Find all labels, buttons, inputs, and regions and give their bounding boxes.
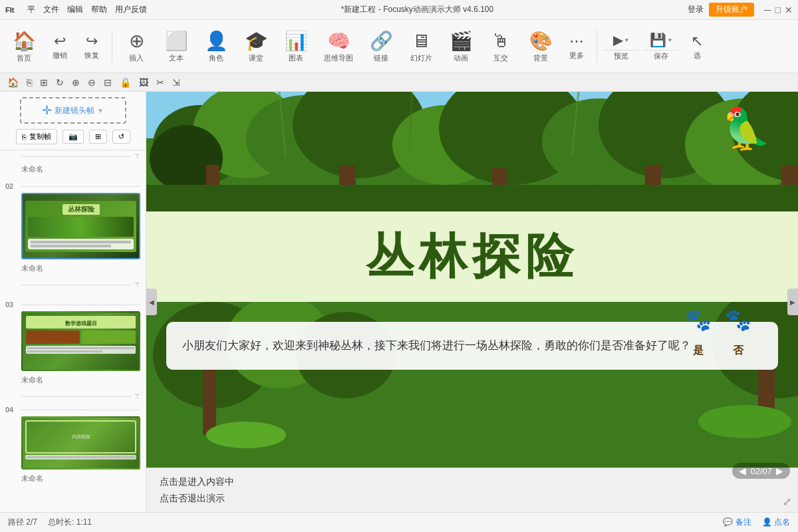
sub-cut-icon[interactable]: ✂: [154, 76, 166, 89]
sub-zoom-in-icon[interactable]: ⊕: [70, 76, 82, 89]
sub-rotate-icon[interactable]: ↻: [54, 76, 66, 89]
animation-label: 动画: [454, 53, 468, 63]
no-button[interactable]: 🐾 否: [725, 302, 751, 360]
toolbar-save[interactable]: 💾 ▼ 保存: [642, 30, 680, 63]
select-label: 选: [694, 51, 701, 61]
svg-rect-18: [146, 185, 798, 211]
save-label: 保存: [654, 51, 668, 61]
toolbar-link[interactable]: 🔗 链接: [362, 27, 400, 66]
slide-divider-03: [21, 305, 140, 305]
role-label: 角色: [209, 53, 223, 63]
animation-icon: 🎬: [450, 30, 473, 52]
main-title: 丛林探险: [366, 225, 579, 289]
screenshot-button[interactable]: 📷: [63, 130, 84, 144]
sub-home-icon[interactable]: 🏠: [5, 76, 21, 89]
toolbar-undo[interactable]: ↩ 撤销: [45, 31, 74, 62]
undo-icon: ↩: [54, 33, 66, 50]
sidebar-top: ✛ 新建镜头帧 ▼ ⎘ 复制帧 📷 ⊞ ↺: [0, 92, 146, 150]
paw-no-icon: 🐾: [725, 302, 751, 340]
slide-label-2: 未命名: [5, 262, 140, 276]
status-right: 💬 备注 👤 点名: [723, 517, 790, 528]
title-bar: FIt 平 文件 编辑 帮助 用户反馈 *新建工程 - Focusky动画演示大…: [0, 0, 798, 20]
toolbar-mindmap[interactable]: 🧠 思维导图: [317, 27, 360, 66]
toolbar-classroom[interactable]: 🎓 课堂: [237, 27, 275, 66]
minimize-button[interactable]: ─: [765, 5, 771, 15]
menu-edit[interactable]: 编辑: [67, 4, 83, 15]
yes-button[interactable]: 🐾 是: [685, 302, 712, 360]
comment-button[interactable]: 💬 备注: [723, 517, 751, 528]
toolbar-text[interactable]: ⬜ 文本: [158, 27, 195, 66]
sub-align-icon[interactable]: ⊟: [102, 76, 114, 89]
slide-section-04d: ⊤: [0, 390, 146, 403]
toolbar-role[interactable]: 👤 角色: [198, 27, 235, 66]
slide-thumb-2[interactable]: 丛林探险: [21, 193, 140, 259]
slide-label-04: 未命名: [5, 472, 140, 486]
svg-point-31: [698, 405, 791, 438]
toolbar-interact[interactable]: 🖱 互交: [482, 27, 519, 66]
slide-thumb-4[interactable]: 内容框架: [21, 416, 140, 469]
new-frame-button[interactable]: ✛ 新建镜头帧 ▼: [20, 97, 126, 124]
sub-lock-icon[interactable]: 🔒: [118, 76, 133, 89]
slide-section-04: 04 内容框架 未命名: [0, 403, 146, 489]
maximize-button[interactable]: □: [775, 5, 781, 15]
slide-thumb-3[interactable]: 数学游戏题目: [21, 311, 140, 371]
toolbar-insert[interactable]: ⊕ 插入: [118, 27, 155, 66]
toolbar-slide[interactable]: 🖥 幻灯片: [402, 27, 440, 66]
slide-num-04: 04: [5, 406, 19, 414]
slide-row-3: ⊤: [5, 281, 140, 289]
next-button[interactable]: ▶: [776, 466, 783, 476]
toolbar-background[interactable]: 🎨 背景: [522, 27, 559, 66]
pointname-button[interactable]: 👤 点名: [762, 517, 790, 528]
sub-resize-icon[interactable]: ⊞: [38, 76, 50, 89]
presentation-canvas: 🦜 丛林探险: [146, 92, 798, 512]
title-section: 丛林探险: [146, 211, 798, 302]
sub-copy-icon[interactable]: ⎘: [25, 76, 34, 89]
slide-label: 幻灯片: [410, 53, 432, 63]
nav-page: 02/07: [750, 466, 772, 476]
sub-export-icon[interactable]: ⇲: [170, 76, 182, 89]
sub-toolbar: 🏠 ⎘ ⊞ ↻ ⊕ ⊖ ⊟ 🔒 🖼 ✂ ⇲: [0, 73, 798, 92]
upgrade-button[interactable]: 升级账户: [709, 3, 754, 17]
slide-section-03: 03 数学游戏题目 未命名: [0, 298, 146, 390]
window-controls: ─ □ ✕: [765, 5, 793, 15]
menu-help[interactable]: 帮助: [91, 4, 107, 15]
slide-row-2: 02: [5, 182, 140, 190]
background-icon: 🎨: [529, 30, 553, 52]
collapse-right-button[interactable]: ▶: [787, 289, 798, 315]
interact-label: 互交: [493, 53, 508, 63]
toolbar-chart[interactable]: 📊 图表: [277, 27, 315, 66]
reset-button[interactable]: ↺: [112, 130, 130, 144]
sub-zoom-out-icon[interactable]: ⊖: [86, 76, 98, 89]
toolbar-redo[interactable]: ↪ 恢复: [77, 31, 106, 62]
collapse-sidebar-button[interactable]: ◀: [146, 289, 157, 315]
sub-image-icon[interactable]: 🖼: [137, 76, 150, 89]
mindmap-label: 思维导图: [324, 53, 353, 63]
copy-frame-button[interactable]: ⎘ 复制帧: [16, 129, 57, 144]
menu-file[interactable]: 文件: [43, 4, 59, 15]
toolbar-select[interactable]: ↖ 选: [682, 31, 712, 62]
expand-icon[interactable]: ⤢: [783, 495, 791, 508]
prev-button[interactable]: ◀: [739, 466, 746, 476]
status-bar: 路径 2/7 总时长: 1:11 💬 备注 👤 点名: [0, 512, 798, 532]
slide-section-2: 02 丛林探险 未命名: [0, 180, 146, 279]
menu-feedback[interactable]: 用户反馈: [115, 4, 147, 15]
dialog-box: 小朋友们大家好，欢迎来到神秘丛林，接下来我们将进行一场丛林探险，勇敢的你们是否准…: [166, 322, 778, 370]
toolbar-more[interactable]: ⋯ 更多: [562, 31, 591, 62]
insert-icon: ⊕: [129, 30, 144, 52]
slide-divider-1: [21, 156, 132, 157]
hint-line-2: 点击否退出演示: [160, 490, 785, 507]
classroom-icon: 🎓: [245, 30, 268, 52]
fit-button[interactable]: ⊞: [89, 130, 107, 144]
toolbar-preview[interactable]: ▶ ▼ 预览: [602, 30, 640, 63]
menu-ping[interactable]: 平: [27, 4, 35, 15]
title-bar-left: FIt 平 文件 编辑 帮助 用户反馈: [5, 4, 147, 15]
close-button[interactable]: ✕: [785, 5, 793, 15]
pointname-icon: 👤: [762, 517, 772, 527]
canvas-area: ◀: [146, 92, 798, 512]
click-hint-area: 点击是进入内容中 点击否退出演示 ⤢: [146, 467, 798, 512]
jungle-thumb-2: 丛林探险: [23, 194, 139, 258]
login-button[interactable]: 登录: [688, 4, 704, 15]
toolbar-animation[interactable]: 🎬 动画: [442, 27, 479, 66]
toolbar-home[interactable]: 🏠 首页: [5, 27, 43, 66]
undo-label: 撤销: [53, 51, 67, 61]
